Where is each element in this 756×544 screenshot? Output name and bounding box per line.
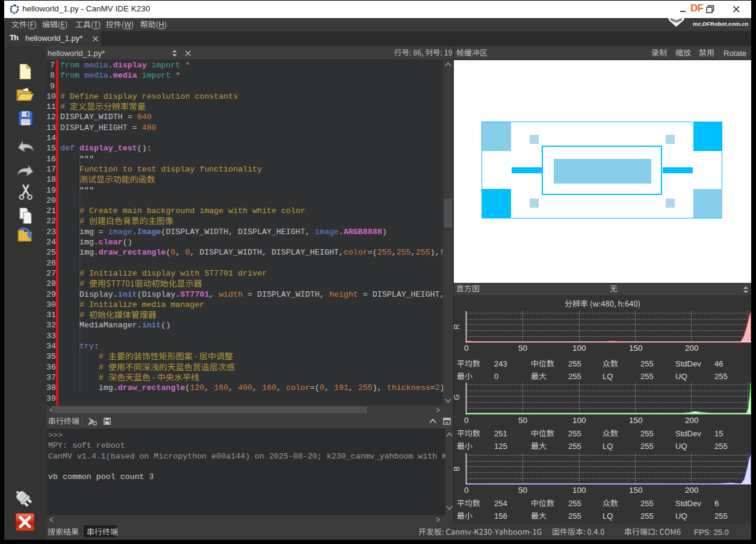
svg-text:243: 243	[494, 359, 507, 368]
svg-text:UQ: UQ	[675, 512, 687, 521]
svg-text:255: 255	[714, 512, 728, 521]
svg-text:150: 150	[629, 486, 643, 495]
svg-text:46: 46	[714, 359, 723, 368]
svg-text:255: 255	[640, 359, 654, 368]
svg-text:125: 125	[494, 442, 507, 451]
svg-text:15: 15	[714, 429, 723, 438]
svg-text:251: 251	[494, 429, 507, 438]
svg-text:LQ: LQ	[603, 512, 613, 521]
svg-text:255: 255	[640, 372, 654, 381]
svg-text:255: 255	[568, 499, 581, 508]
svg-text:50: 50	[518, 416, 527, 425]
svg-text:255: 255	[714, 442, 728, 451]
svg-text:150: 150	[629, 344, 643, 353]
svg-text:255: 255	[568, 429, 581, 438]
svg-text:200: 200	[685, 344, 699, 353]
svg-text:255: 255	[568, 359, 581, 368]
svg-text:50: 50	[518, 486, 527, 495]
svg-text:100: 100	[572, 416, 586, 425]
svg-text:156: 156	[494, 512, 507, 521]
svg-text:200: 200	[685, 486, 699, 495]
svg-text:255: 255	[568, 512, 581, 521]
svg-text:255: 255	[640, 442, 654, 451]
svg-text:UQ: UQ	[675, 442, 687, 451]
svg-text:255: 255	[640, 512, 654, 521]
svg-text:0: 0	[464, 344, 469, 353]
svg-text:B: B	[454, 466, 461, 471]
svg-text:200: 200	[685, 416, 699, 425]
svg-text:LQ: LQ	[603, 372, 613, 381]
svg-text:255: 255	[640, 499, 654, 508]
svg-text:255: 255	[568, 372, 581, 381]
svg-text:100: 100	[572, 344, 586, 353]
svg-text:255: 255	[568, 442, 581, 451]
svg-text:LQ: LQ	[603, 442, 613, 451]
svg-text:255: 255	[714, 372, 728, 381]
svg-text:StdDev: StdDev	[675, 499, 701, 508]
svg-text:StdDev: StdDev	[675, 359, 701, 368]
svg-text:0: 0	[464, 416, 469, 425]
svg-text:UQ: UQ	[675, 372, 687, 381]
svg-text:254: 254	[494, 499, 507, 508]
svg-text:255: 255	[640, 429, 654, 438]
svg-text:0: 0	[464, 486, 469, 495]
svg-text:50: 50	[518, 344, 527, 353]
svg-text:G: G	[454, 394, 461, 400]
svg-text:StdDev: StdDev	[675, 429, 701, 438]
svg-text:6: 6	[714, 499, 719, 508]
svg-text:100: 100	[572, 486, 586, 495]
svg-text:150: 150	[629, 416, 643, 425]
svg-text:R: R	[454, 324, 461, 329]
svg-text:0: 0	[494, 372, 498, 381]
